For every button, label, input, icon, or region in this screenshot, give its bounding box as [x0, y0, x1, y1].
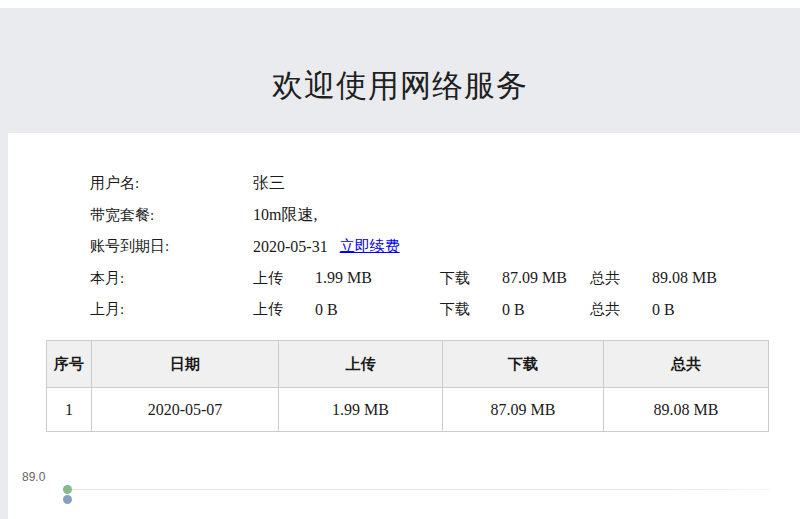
- total-term: 总共: [590, 269, 652, 288]
- download-term: 下载: [440, 269, 502, 288]
- last-month-download-value: 0 B: [502, 301, 590, 319]
- col-header-download: 下载: [443, 341, 604, 388]
- cell-index: 1: [47, 388, 92, 432]
- current-month-usage-row: 本月: 上传 1.99 MB 下载 87.09 MB 总共 89.08 MB: [90, 263, 780, 295]
- chart-point-total-icon: [63, 485, 72, 494]
- username-label: 用户名:: [90, 174, 253, 193]
- download-term: 下载: [440, 300, 502, 319]
- chart-gridline: [62, 489, 770, 490]
- cell-download: 87.09 MB: [443, 388, 604, 432]
- top-white-strip: [0, 0, 800, 8]
- usage-table-header-row: 序号 日期 上传 下载 总共: [47, 341, 769, 388]
- last-month-usage-row: 上月: 上传 0 B 下载 0 B 总共 0 B: [90, 294, 780, 326]
- last-month-upload-value: 0 B: [315, 301, 440, 319]
- usage-table: 序号 日期 上传 下载 总共 1 2020-05-07 1.99 MB 87.0…: [46, 340, 769, 432]
- chart-point-download-icon: [63, 495, 72, 504]
- content-card: 用户名: 张三 带宽套餐: 10m限速, 账号到期日: 2020-05-31 立…: [8, 133, 800, 519]
- username-row: 用户名: 张三: [90, 168, 780, 200]
- current-month-total-value: 89.08 MB: [652, 269, 717, 287]
- expiry-date-row: 账号到期日: 2020-05-31 立即续费: [90, 231, 780, 263]
- col-header-total: 总共: [604, 341, 769, 388]
- current-month-download-value: 87.09 MB: [502, 269, 590, 287]
- last-month-total-value: 0 B: [652, 301, 675, 319]
- col-header-index: 序号: [47, 341, 92, 388]
- current-month-upload-value: 1.99 MB: [315, 269, 440, 287]
- col-header-upload: 上传: [279, 341, 443, 388]
- welcome-banner: 欢迎使用网络服务: [0, 8, 800, 133]
- expiry-date-value: 2020-05-31: [253, 238, 328, 256]
- bandwidth-plan-row: 带宽套餐: 10m限速,: [90, 200, 780, 232]
- page-title: 欢迎使用网络服务: [272, 35, 528, 107]
- col-header-date: 日期: [92, 341, 279, 388]
- current-month-label: 本月:: [90, 269, 253, 288]
- last-month-label: 上月:: [90, 300, 253, 319]
- username-value: 张三: [253, 173, 285, 194]
- renew-link[interactable]: 立即续费: [340, 237, 400, 256]
- account-info: 用户名: 张三 带宽套餐: 10m限速, 账号到期日: 2020-05-31 立…: [90, 168, 780, 326]
- total-term: 总共: [590, 300, 652, 319]
- upload-term: 上传: [253, 269, 315, 288]
- network-service-page: { "page": { "title": "欢迎使用网络服务" }, "acco…: [0, 0, 800, 519]
- cell-upload: 1.99 MB: [279, 388, 443, 432]
- expiry-date-label: 账号到期日:: [90, 237, 253, 256]
- cell-total: 89.08 MB: [604, 388, 769, 432]
- bandwidth-plan-value: 10m限速,: [253, 205, 317, 226]
- cell-date: 2020-05-07: [92, 388, 279, 432]
- table-row: 1 2020-05-07 1.99 MB 87.09 MB 89.08 MB: [47, 388, 769, 432]
- upload-term: 上传: [253, 300, 315, 319]
- bandwidth-plan-label: 带宽套餐:: [90, 206, 253, 225]
- chart-y-axis-tick-label: 89.0: [22, 470, 45, 484]
